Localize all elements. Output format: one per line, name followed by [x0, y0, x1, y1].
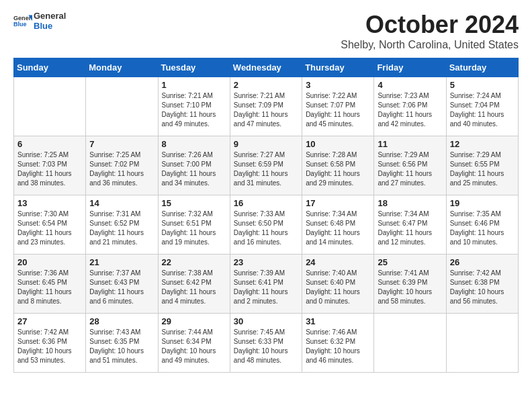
day-info: Sunrise: 7:45 AMSunset: 6:33 PMDaylight:… — [234, 328, 298, 365]
calendar-cell: 25Sunrise: 7:41 AMSunset: 6:39 PMDayligh… — [374, 255, 446, 314]
calendar-cell: 10Sunrise: 7:28 AMSunset: 6:58 PMDayligh… — [302, 136, 374, 195]
day-info: Sunrise: 7:35 AMSunset: 6:46 PMDaylight:… — [450, 210, 515, 247]
day-info: Sunrise: 7:29 AMSunset: 6:55 PMDaylight:… — [450, 150, 515, 188]
calendar-cell: 5Sunrise: 7:24 AMSunset: 7:04 PMDaylight… — [446, 77, 518, 136]
day-of-week-header: Friday — [374, 58, 446, 77]
calendar-cell: 27Sunrise: 7:42 AMSunset: 6:36 PMDayligh… — [14, 314, 86, 373]
day-number: 15 — [162, 198, 226, 208]
day-number: 31 — [306, 316, 370, 326]
day-info: Sunrise: 7:42 AMSunset: 6:38 PMDaylight:… — [450, 269, 515, 306]
day-of-week-header: Thursday — [302, 58, 374, 77]
calendar-cell: 7Sunrise: 7:25 AMSunset: 7:02 PMDaylight… — [86, 136, 158, 195]
calendar-cell: 29Sunrise: 7:44 AMSunset: 6:34 PMDayligh… — [158, 314, 230, 373]
title-section: October 2024 Shelby, North Carolina, Uni… — [341, 11, 519, 51]
day-number: 18 — [378, 198, 442, 208]
day-info: Sunrise: 7:29 AMSunset: 6:56 PMDaylight:… — [378, 150, 442, 188]
calendar-cell: 23Sunrise: 7:39 AMSunset: 6:41 PMDayligh… — [230, 255, 302, 314]
day-of-week-header: Sunday — [14, 58, 86, 77]
day-info: Sunrise: 7:36 AMSunset: 6:45 PMDaylight:… — [17, 269, 82, 306]
day-number: 22 — [162, 257, 226, 267]
day-of-week-header: Wednesday — [230, 58, 302, 77]
day-number: 24 — [306, 257, 370, 267]
calendar-cell: 1Sunrise: 7:21 AMSunset: 7:10 PMDaylight… — [158, 77, 230, 136]
logo-icon: General Blue — [13, 11, 32, 30]
calendar-week-row: 13Sunrise: 7:30 AMSunset: 6:54 PMDayligh… — [14, 195, 519, 255]
day-number: 19 — [450, 198, 515, 208]
calendar-week-row: 1Sunrise: 7:21 AMSunset: 7:10 PMDaylight… — [14, 77, 519, 136]
calendar-table: SundayMondayTuesdayWednesdayThursdayFrid… — [13, 58, 519, 373]
logo-blue-text: Blue — [34, 21, 66, 31]
day-info: Sunrise: 7:26 AMSunset: 7:00 PMDaylight:… — [162, 150, 226, 188]
calendar-cell — [14, 77, 86, 136]
day-info: Sunrise: 7:22 AMSunset: 7:07 PMDaylight:… — [306, 91, 370, 129]
calendar-week-row: 20Sunrise: 7:36 AMSunset: 6:45 PMDayligh… — [14, 255, 519, 314]
calendar-cell: 26Sunrise: 7:42 AMSunset: 6:38 PMDayligh… — [446, 255, 518, 314]
calendar-cell: 11Sunrise: 7:29 AMSunset: 6:56 PMDayligh… — [374, 136, 446, 195]
day-info: Sunrise: 7:21 AMSunset: 7:09 PMDaylight:… — [234, 91, 298, 129]
day-number: 28 — [89, 316, 154, 326]
day-number: 3 — [306, 80, 370, 90]
day-info: Sunrise: 7:24 AMSunset: 7:04 PMDaylight:… — [450, 91, 515, 129]
day-info: Sunrise: 7:34 AMSunset: 6:47 PMDaylight:… — [378, 210, 442, 247]
calendar-cell: 31Sunrise: 7:46 AMSunset: 6:32 PMDayligh… — [302, 314, 374, 373]
logo-general-text: General — [34, 11, 66, 21]
calendar-cell: 17Sunrise: 7:34 AMSunset: 6:48 PMDayligh… — [302, 195, 374, 255]
day-info: Sunrise: 7:32 AMSunset: 6:51 PMDaylight:… — [162, 210, 226, 247]
day-number: 8 — [162, 139, 226, 149]
day-number: 12 — [450, 139, 515, 149]
day-info: Sunrise: 7:38 AMSunset: 6:42 PMDaylight:… — [162, 269, 226, 306]
day-info: Sunrise: 7:23 AMSunset: 7:06 PMDaylight:… — [378, 91, 442, 129]
calendar-cell: 28Sunrise: 7:43 AMSunset: 6:35 PMDayligh… — [86, 314, 158, 373]
day-number: 5 — [450, 80, 515, 90]
day-info: Sunrise: 7:40 AMSunset: 6:40 PMDaylight:… — [306, 269, 370, 306]
day-info: Sunrise: 7:34 AMSunset: 6:48 PMDaylight:… — [306, 210, 370, 247]
calendar-cell: 30Sunrise: 7:45 AMSunset: 6:33 PMDayligh… — [230, 314, 302, 373]
calendar-cell: 15Sunrise: 7:32 AMSunset: 6:51 PMDayligh… — [158, 195, 230, 255]
day-number: 29 — [162, 316, 226, 326]
day-number: 20 — [17, 257, 82, 267]
day-number: 14 — [89, 198, 154, 208]
day-number: 17 — [306, 198, 370, 208]
day-number: 1 — [162, 80, 226, 90]
day-info: Sunrise: 7:43 AMSunset: 6:35 PMDaylight:… — [89, 328, 154, 365]
calendar-cell — [86, 77, 158, 136]
day-info: Sunrise: 7:44 AMSunset: 6:34 PMDaylight:… — [162, 328, 226, 365]
day-info: Sunrise: 7:42 AMSunset: 6:36 PMDaylight:… — [17, 328, 82, 365]
day-number: 10 — [306, 139, 370, 149]
day-info: Sunrise: 7:31 AMSunset: 6:52 PMDaylight:… — [89, 210, 154, 247]
month-title: October 2024 — [341, 11, 519, 39]
day-info: Sunrise: 7:41 AMSunset: 6:39 PMDaylight:… — [378, 269, 442, 306]
day-info: Sunrise: 7:37 AMSunset: 6:43 PMDaylight:… — [89, 269, 154, 306]
day-number: 16 — [234, 198, 298, 208]
day-number: 30 — [234, 316, 298, 326]
day-number: 7 — [89, 139, 154, 149]
calendar-week-row: 6Sunrise: 7:25 AMSunset: 7:03 PMDaylight… — [14, 136, 519, 195]
day-info: Sunrise: 7:39 AMSunset: 6:41 PMDaylight:… — [234, 269, 298, 306]
calendar-header-row: SundayMondayTuesdayWednesdayThursdayFrid… — [14, 58, 519, 77]
calendar-cell: 2Sunrise: 7:21 AMSunset: 7:09 PMDaylight… — [230, 77, 302, 136]
day-number: 4 — [378, 80, 442, 90]
location-subtitle: Shelby, North Carolina, United States — [341, 39, 519, 51]
logo: General Blue General Blue — [13, 11, 66, 31]
calendar-cell: 8Sunrise: 7:26 AMSunset: 7:00 PMDaylight… — [158, 136, 230, 195]
calendar-cell: 18Sunrise: 7:34 AMSunset: 6:47 PMDayligh… — [374, 195, 446, 255]
calendar-cell: 22Sunrise: 7:38 AMSunset: 6:42 PMDayligh… — [158, 255, 230, 314]
day-number: 9 — [234, 139, 298, 149]
day-info: Sunrise: 7:46 AMSunset: 6:32 PMDaylight:… — [306, 328, 370, 365]
day-number: 11 — [378, 139, 442, 149]
calendar-cell: 9Sunrise: 7:27 AMSunset: 6:59 PMDaylight… — [230, 136, 302, 195]
day-number: 25 — [378, 257, 442, 267]
day-number: 6 — [17, 139, 82, 149]
calendar-cell: 3Sunrise: 7:22 AMSunset: 7:07 PMDaylight… — [302, 77, 374, 136]
day-info: Sunrise: 7:28 AMSunset: 6:58 PMDaylight:… — [306, 150, 370, 188]
calendar-week-row: 27Sunrise: 7:42 AMSunset: 6:36 PMDayligh… — [14, 314, 519, 373]
calendar-cell: 21Sunrise: 7:37 AMSunset: 6:43 PMDayligh… — [86, 255, 158, 314]
day-info: Sunrise: 7:25 AMSunset: 7:02 PMDaylight:… — [89, 150, 154, 188]
day-info: Sunrise: 7:33 AMSunset: 6:50 PMDaylight:… — [234, 210, 298, 247]
day-of-week-header: Saturday — [446, 58, 518, 77]
calendar-cell — [446, 314, 518, 373]
calendar-cell: 4Sunrise: 7:23 AMSunset: 7:06 PMDaylight… — [374, 77, 446, 136]
day-number: 2 — [234, 80, 298, 90]
calendar-cell: 14Sunrise: 7:31 AMSunset: 6:52 PMDayligh… — [86, 195, 158, 255]
svg-text:Blue: Blue — [13, 21, 27, 28]
